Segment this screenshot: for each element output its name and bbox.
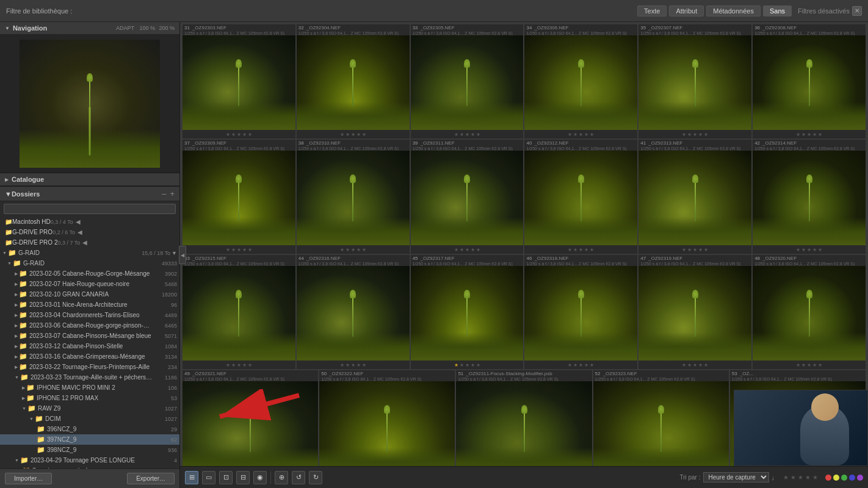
- catalogue-header[interactable]: ▶ Catalogue: [0, 173, 179, 186]
- photo-star-1[interactable]: ★: [682, 362, 686, 368]
- table-row[interactable]: 47_OZ92319.NEF1/250 s à f / 3,8 ISO 64,1…: [638, 255, 751, 369]
- photo-star-1[interactable]: ★: [340, 362, 344, 368]
- table-row[interactable]: 48_OZ92320.NEF1/250 s à f / 3,8 ISO 64,1…: [753, 255, 866, 369]
- table-row[interactable]: 37_OZ92309.NEF1/250 s à f / 3,8 ISO 64,1…: [183, 140, 295, 254]
- folder-nice-item[interactable]: ▶ 📁 2023-03-01 Nice-Arena-Architecture 9…: [0, 300, 179, 310]
- folder-raw-z9-item[interactable]: ▼ 📁 RAW Z9 1027: [0, 403, 179, 414]
- photo-star-5[interactable]: ★: [248, 132, 252, 137]
- view-people-btn[interactable]: ◉: [253, 471, 267, 484]
- photo-star-4[interactable]: ★: [584, 247, 588, 253]
- folder-396-item[interactable]: 📁 396NCZ_9 29: [0, 424, 179, 434]
- folder-pose-longue-item[interactable]: ▼ 📁 2023-04-29 Tournage POSE LONGUE 4: [0, 455, 179, 465]
- photo-star-3[interactable]: ★: [351, 132, 355, 137]
- photo-star-3[interactable]: ★: [465, 247, 469, 253]
- disable-filters-btn[interactable]: ✕: [852, 6, 862, 16]
- rating-star-1[interactable]: ★: [783, 474, 789, 481]
- sort-direction-icon[interactable]: ↓: [772, 474, 775, 481]
- view-compare-btn[interactable]: ⊡: [219, 471, 233, 484]
- navigation-header[interactable]: ▼ Navigation ADAPT 100 % 200 %: [0, 22, 179, 35]
- photo-star-4[interactable]: ★: [471, 132, 475, 137]
- macintosh-hd-item[interactable]: 📁 Macintosh HD 0,3 / 4 To ◀: [0, 217, 179, 227]
- table-row[interactable]: 46_OZ92318.NEF1/250 s à f / 3,8 ISO 64,1…: [524, 255, 637, 369]
- table-row[interactable]: 31_OZ92303.NEF1/250 s à f / 3,8 ISO 64,1…: [183, 24, 295, 138]
- left-panel-collapse-btn[interactable]: ◀: [179, 246, 186, 264]
- photo-star-5[interactable]: ★: [590, 247, 594, 253]
- export-btn[interactable]: Exporter…: [127, 473, 175, 484]
- photo-star-5[interactable]: ★: [476, 362, 480, 368]
- photo-star-4[interactable]: ★: [584, 362, 588, 368]
- photo-star-1[interactable]: ★: [340, 247, 344, 253]
- folder-tournage-aille-item[interactable]: ▼ 📁 2023-03-23 Tournage-Aille-suite + pé…: [0, 372, 179, 382]
- rotate-btn[interactable]: ↺: [292, 471, 305, 484]
- folder-397-item[interactable]: 📁 397NCZ_9 62: [0, 434, 179, 445]
- folder-chardonnerets-item[interactable]: ▶ 📁 2023-03-04 Chardonnerets-Tarins-Elis…: [0, 310, 179, 320]
- photo-star-1[interactable]: ★: [226, 247, 230, 253]
- table-row[interactable]: 33_OZ92305.NEF1/250 s à f / 3,8 ISO 64,1…: [411, 24, 524, 138]
- photo-star-2[interactable]: ★: [460, 247, 464, 253]
- table-row[interactable]: 38_OZ92310.NEF1/250 s à f / 3,8 ISO 64,1…: [297, 140, 410, 254]
- table-row[interactable]: 39_OZ92311.NEF1/250 s à f / 3,8 ISO 64,1…: [411, 140, 524, 254]
- sans-filter-btn[interactable]: Sans: [763, 5, 792, 16]
- folder-haie-item[interactable]: ▶ 📁 2023-02-07 Haie-Rouge-queue-noire 54…: [0, 279, 179, 289]
- gdrive-pro-item[interactable]: 📁 G-DRIVE PRO 0,2 / 6 To ◀: [0, 227, 179, 237]
- photo-star-2[interactable]: ★: [573, 247, 577, 253]
- import-btn[interactable]: Importer…: [5, 473, 52, 484]
- metadonnees-filter-btn[interactable]: Métadonnées: [706, 5, 761, 16]
- photo-star-2[interactable]: ★: [231, 247, 236, 253]
- photo-star-2[interactable]: ★: [801, 132, 806, 137]
- photo-star-3[interactable]: ★: [807, 132, 811, 137]
- view-grid-btn[interactable]: ⊞: [185, 471, 198, 484]
- photo-star-5[interactable]: ★: [590, 362, 594, 368]
- attribut-filter-btn[interactable]: Attribut: [669, 5, 704, 16]
- photo-star-2[interactable]: ★: [460, 132, 464, 137]
- photo-star-4[interactable]: ★: [242, 247, 247, 253]
- photo-star-3[interactable]: ★: [693, 362, 697, 368]
- photo-star-1[interactable]: ★: [226, 132, 230, 137]
- photo-star-1[interactable]: ★: [568, 362, 572, 368]
- folder-cabane-pinsons-item[interactable]: ▶ 📁 2023-03-07 Cabane-Pinsons-Mésange bl…: [0, 331, 179, 341]
- photo-star-2[interactable]: ★: [231, 132, 236, 137]
- photo-star-4[interactable]: ★: [698, 132, 703, 137]
- photo-star-2[interactable]: ★: [573, 362, 577, 368]
- rating-star-3[interactable]: ★: [798, 474, 803, 481]
- photo-star-4[interactable]: ★: [812, 247, 817, 253]
- photo-star-2[interactable]: ★: [345, 132, 350, 137]
- photo-star-1[interactable]: ★: [454, 247, 458, 253]
- color-purple-filter[interactable]: [857, 475, 863, 481]
- table-row[interactable]: 42_OZ92314.NEF1/250 s à f / 3,8 ISO 64,1…: [753, 140, 866, 254]
- g-raid-sub-item[interactable]: ▼ 📁 G-RAID 49333: [0, 258, 179, 268]
- table-row[interactable]: 52_OZ92323.NEF1/250 s à f / 3,8 ISO 64,1…: [593, 370, 729, 466]
- photo-star-5[interactable]: ★: [362, 132, 366, 137]
- photo-star-1[interactable]: ★: [568, 247, 572, 253]
- photo-star-3[interactable]: ★: [693, 132, 697, 137]
- rating-star-2[interactable]: ★: [790, 474, 796, 481]
- photo-star-4[interactable]: ★: [242, 132, 247, 137]
- table-row[interactable]: 44_OZ92316.NEF1/250 s à f / 3,8 ISO 64,1…: [297, 255, 410, 369]
- photo-star-5[interactable]: ★: [476, 247, 480, 253]
- rating-star-5[interactable]: ★: [812, 474, 818, 481]
- photo-star-1[interactable]: ★: [454, 132, 458, 137]
- photo-star-5[interactable]: ★: [362, 362, 366, 368]
- photo-star-1[interactable]: ★: [796, 247, 800, 253]
- photo-star-2[interactable]: ★: [231, 362, 236, 368]
- photo-star-1[interactable]: ★: [340, 132, 344, 137]
- folder-cabane-rouge-item[interactable]: ▶ 📁 2023-02-05 Cabane-Rouge-Gorge-Mésang…: [0, 268, 179, 279]
- view-survey-btn[interactable]: ⊟: [236, 471, 250, 484]
- table-row[interactable]: 32_OZ92304.NEF1/250 s à f / 3,8 ISO 64,1…: [297, 24, 410, 138]
- table-row[interactable]: 45_OZ92317.NEF1/250 s à f / 3,8 ISO 64,1…: [411, 255, 524, 369]
- photo-star-3[interactable]: ★: [465, 362, 469, 368]
- folder-cabane-rouge-gorge-item[interactable]: ▶ 📁 2023-03-06 Cabane-Rouge-gorge-pinson…: [0, 320, 179, 331]
- photo-star-2[interactable]: ★: [345, 362, 350, 368]
- photo-star-3[interactable]: ★: [351, 362, 355, 368]
- folder-gran-canaria-item[interactable]: ▶ 📁 2023-02-10 GRAN CANARIA 18200: [0, 289, 179, 300]
- folder-tournage-fleurs-item[interactable]: ▶ 📁 2023-03-22 Tournage-Fleurs-Printemps…: [0, 362, 179, 372]
- photo-star-4[interactable]: ★: [356, 362, 361, 368]
- spray-btn[interactable]: ⊕: [275, 471, 288, 484]
- photo-star-5[interactable]: ★: [704, 247, 708, 253]
- view-single-btn[interactable]: ▭: [202, 471, 215, 484]
- photo-star-3[interactable]: ★: [807, 247, 811, 253]
- photo-star-3[interactable]: ★: [579, 362, 583, 368]
- photo-star-5[interactable]: ★: [818, 132, 822, 137]
- photo-star-5[interactable]: ★: [704, 362, 708, 368]
- sort-select[interactable]: Heure de capture: [703, 472, 769, 483]
